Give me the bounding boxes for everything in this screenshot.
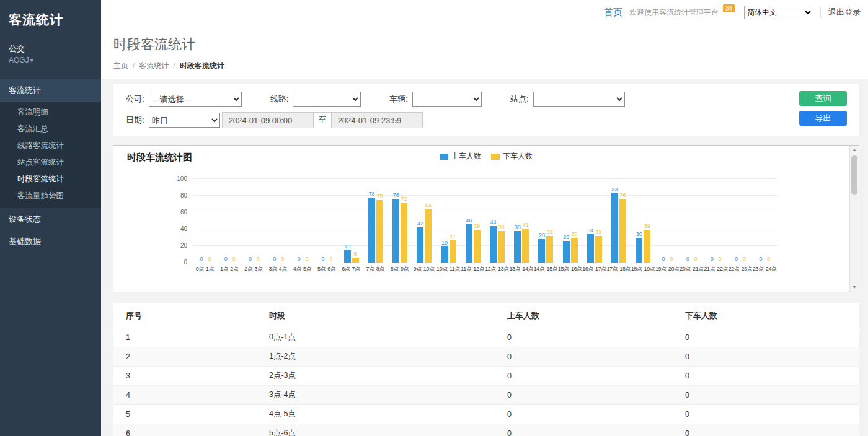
sidebar-section-passenger-stats[interactable]: 客流统计 xyxy=(0,79,101,102)
table-cell: 0 xyxy=(672,328,859,347)
bar xyxy=(352,258,359,263)
bar-value-label: 19 xyxy=(441,240,448,246)
filter-panel: 公司: ---请选择--- 线路: 车辆: 站点: 日期: 昨日 xyxy=(113,84,859,136)
x-tick-label: 7点-8点 xyxy=(363,265,388,273)
query-button[interactable]: 查询 xyxy=(799,91,847,106)
bar-value-label: 30 xyxy=(571,231,577,237)
sidebar-item[interactable]: 客流明细 xyxy=(0,104,101,121)
user-name-label: AQGJ xyxy=(9,56,29,64)
sidebar-section[interactable]: 基础数据 xyxy=(0,230,101,253)
bar-column: 34 xyxy=(587,227,594,263)
bar-value-label: 0 xyxy=(767,256,770,262)
scrollbar-thumb[interactable] xyxy=(851,155,857,195)
table-cell: 1点-2点 xyxy=(256,347,494,367)
x-tick-label: 0点-1点 xyxy=(193,265,217,273)
bar-value-label: 0 xyxy=(670,256,673,262)
bar-column: 76 xyxy=(392,192,399,263)
bar-column: 78 xyxy=(368,191,375,263)
bar-value-label: 64 xyxy=(425,203,432,209)
export-button[interactable]: 导出 xyxy=(799,111,847,126)
caret-down-icon: ▾ xyxy=(30,57,33,64)
scrollbar-down-icon[interactable]: ▼ xyxy=(850,283,859,292)
bar-group: 00 xyxy=(242,180,266,263)
sidebar-item[interactable]: 客流量趋势图 xyxy=(0,188,101,204)
bar-group: 00 xyxy=(704,180,728,263)
table-row: 43点-4点00 xyxy=(113,386,859,405)
company-select[interactable]: ---请选择--- xyxy=(149,92,242,107)
sidebar-item[interactable]: 客流汇总 xyxy=(0,121,101,137)
y-tick-label: 80 xyxy=(180,193,187,199)
table-header-cell: 下车人数 xyxy=(672,303,859,328)
bar-column: 64 xyxy=(425,203,432,263)
user-menu[interactable]: AQGJ▾ xyxy=(0,56,101,64)
bar-group: 00 xyxy=(680,180,704,263)
line-select[interactable] xyxy=(293,92,361,107)
station-select[interactable] xyxy=(533,92,625,107)
x-tick-label: 18点-19点 xyxy=(631,265,655,273)
bar-value-label: 32 xyxy=(547,229,553,235)
bar xyxy=(587,234,594,263)
legend-item[interactable]: 下车人数 xyxy=(491,151,533,162)
table-cell: 3 xyxy=(113,367,256,386)
table-row: 21点-2点00 xyxy=(113,347,859,367)
bar-group: 2630 xyxy=(558,180,582,263)
bar-value-label: 30 xyxy=(636,231,642,237)
bar xyxy=(546,236,553,263)
home-link[interactable]: 首页 xyxy=(604,7,622,19)
bar-column: 15 xyxy=(344,243,351,263)
bar xyxy=(474,230,480,263)
legend-item[interactable]: 上车人数 xyxy=(440,151,481,162)
legend-swatch xyxy=(491,154,500,160)
breadcrumb-item[interactable]: 主页 xyxy=(113,61,128,70)
main-area: 首页 欢迎使用客流统计管理平台 34 简体中文 退出登录 时段客流统计 主页/客… xyxy=(101,0,868,436)
x-tick-label: 20点-21点 xyxy=(680,265,704,273)
bar-value-label: 28 xyxy=(539,232,545,238)
sidebar-item[interactable]: 时段客流统计 xyxy=(0,171,101,188)
bar-group: 156 xyxy=(339,180,363,263)
chart-x-axis: 0点-1点1点-2点2点-3点3点-4点4点-5点5点-6点6点-7点7点-8点… xyxy=(193,265,777,273)
sidebar-item[interactable]: 线路客流统计 xyxy=(0,137,101,154)
date-label: 日期: xyxy=(126,115,144,126)
chart-scrollbar[interactable]: ▲ ▼ xyxy=(849,146,859,292)
date-preset-select[interactable]: 昨日 xyxy=(149,113,220,128)
bar-column: 30 xyxy=(571,231,578,263)
bar-value-label: 26 xyxy=(563,234,569,240)
x-tick-label: 19点-20点 xyxy=(655,265,680,273)
vehicle-select[interactable] xyxy=(412,92,482,107)
bar xyxy=(563,241,570,263)
bar-column: 32 xyxy=(546,229,553,263)
sidebar-item[interactable]: 站点客流统计 xyxy=(0,154,101,171)
table-cell: 0 xyxy=(494,386,672,405)
breadcrumb-separator: / xyxy=(133,61,135,70)
sidebar-section[interactable]: 设备状态 xyxy=(0,208,101,230)
bar-column: 0 xyxy=(295,256,302,263)
date-to-separator: 至 xyxy=(314,112,331,128)
bar-value-label: 83 xyxy=(612,186,618,193)
bar-column: 39 xyxy=(474,223,480,263)
bar-column: 0 xyxy=(693,256,699,263)
bar-column: 0 xyxy=(231,256,237,263)
data-table: 序号时段上车人数下车人数 10点-1点0021点-2点0032点-3点0043点… xyxy=(113,303,859,436)
breadcrumb-item[interactable]: 客流统计 xyxy=(139,61,169,70)
bar-value-label: 38 xyxy=(498,224,505,230)
bar-column: 0 xyxy=(320,256,327,263)
bar xyxy=(344,250,351,263)
vehicle-label: 车辆: xyxy=(389,94,408,105)
table-cell: 2点-3点 xyxy=(256,367,494,386)
bar-value-label: 46 xyxy=(466,217,472,224)
notification-badge[interactable]: 34 xyxy=(723,4,735,12)
bar-group: 4264 xyxy=(412,180,436,263)
bar-column: 0 xyxy=(717,256,724,263)
scrollbar-up-icon[interactable]: ▲ xyxy=(850,146,859,154)
bar-column: 0 xyxy=(709,256,715,263)
bar xyxy=(401,203,407,263)
table-header-cell: 序号 xyxy=(113,303,256,328)
breadcrumb-item: 时段客流统计 xyxy=(180,61,224,70)
date-to-input[interactable] xyxy=(331,112,423,128)
language-select[interactable]: 简体中文 xyxy=(744,6,813,19)
date-from-input[interactable] xyxy=(222,112,314,128)
bar-value-label: 0 xyxy=(719,256,722,262)
app-brand: 客流统计 xyxy=(0,0,101,31)
logout-button[interactable]: 退出登录 xyxy=(820,7,861,18)
bar xyxy=(538,239,545,263)
